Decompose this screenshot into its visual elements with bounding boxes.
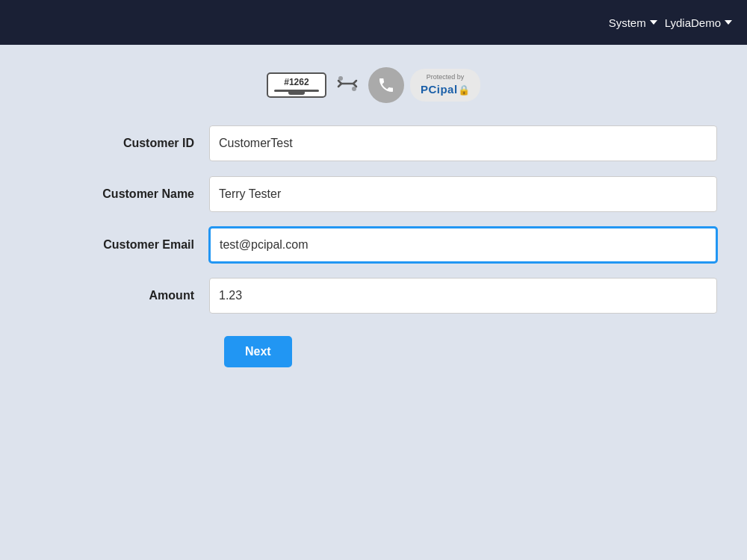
user-label: LydiaDemo — [665, 16, 721, 29]
customer-email-label: Customer Email — [30, 238, 209, 252]
session-id: #1262 — [284, 77, 309, 87]
user-menu[interactable]: LydiaDemo — [665, 16, 732, 29]
form: Customer ID Customer Name Customer Email… — [30, 125, 717, 367]
svg-point-0 — [338, 76, 343, 81]
pcipal-badge: Protected by PCipal🔒 — [410, 69, 480, 102]
system-label: System — [609, 16, 646, 29]
customer-email-row: Customer Email — [30, 227, 717, 263]
main-content: #1262 Protected by PCipal🔒 — [0, 45, 747, 390]
header-icons-area: #1262 Protected by PCipal🔒 — [30, 67, 717, 103]
customer-email-input[interactable] — [209, 227, 717, 263]
phone-icon — [368, 67, 404, 103]
amount-input[interactable] — [209, 278, 717, 314]
navbar: System LydiaDemo — [0, 0, 747, 45]
user-caret-icon — [725, 20, 732, 25]
amount-label: Amount — [30, 289, 209, 302]
customer-name-input[interactable] — [209, 176, 717, 212]
protected-by-label: Protected by — [427, 73, 465, 82]
customer-id-row: Customer ID — [30, 125, 717, 161]
amount-row: Amount — [30, 278, 717, 314]
pcipal-logo-text: PCipal🔒 — [421, 82, 470, 97]
next-button[interactable]: Next — [224, 336, 292, 367]
svg-point-1 — [352, 87, 356, 91]
system-caret-icon — [650, 20, 657, 25]
customer-id-input[interactable] — [209, 125, 717, 161]
customer-name-row: Customer Name — [30, 176, 717, 212]
monitor-foot-icon — [288, 92, 305, 95]
customer-name-label: Customer Name — [30, 187, 209, 201]
system-menu[interactable]: System — [609, 16, 657, 29]
customer-id-label: Customer ID — [30, 137, 209, 150]
link-icon — [335, 74, 359, 97]
monitor-badge: #1262 — [267, 72, 326, 98]
